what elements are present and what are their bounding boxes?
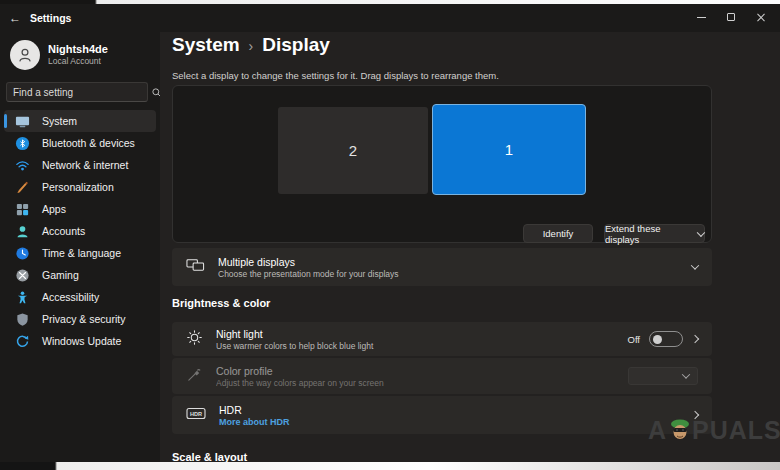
extend-displays-dropdown[interactable]: Extend these displays: [604, 224, 705, 243]
titlebar: ← Settings: [0, 4, 780, 32]
main-content: System › Display Select a display to cha…: [160, 32, 780, 462]
hdr-more-link[interactable]: More about HDR: [219, 417, 290, 427]
back-arrow-icon[interactable]: ←: [0, 11, 30, 25]
sidebar-item-label: Bluetooth & devices: [42, 137, 135, 149]
extend-label: Extend these displays: [605, 223, 691, 245]
sidebar-item-time-language[interactable]: Time & language: [4, 242, 156, 264]
sidebar-item-apps[interactable]: Apps: [4, 198, 156, 220]
maximize-icon: [727, 13, 735, 21]
sidebar-item-accessibility[interactable]: Accessibility: [4, 286, 156, 308]
sidebar-item-label: Network & internet: [42, 159, 128, 171]
breadcrumb-parent[interactable]: System: [172, 34, 240, 56]
sidebar-item-privacy[interactable]: Privacy & security: [4, 308, 156, 330]
multiple-displays-icon: [186, 257, 205, 277]
sidebar: Nightsh4de Local Account System Bluetoot…: [0, 32, 160, 462]
sidebar-nav: System Bluetooth & devices Network & int…: [0, 110, 160, 352]
page-description: Select a display to change the settings …: [172, 70, 499, 81]
monitor-1-number: 1: [505, 141, 513, 158]
night-light-title: Night light: [216, 328, 373, 340]
minimize-icon: [697, 17, 706, 18]
apps-grid-icon: [14, 201, 30, 217]
chevron-down-icon: [691, 261, 699, 269]
accessibility-icon: [14, 289, 30, 305]
breadcrumb: System › Display: [172, 34, 330, 56]
sidebar-item-personalization[interactable]: Personalization: [4, 176, 156, 198]
watermark-text-start: A: [648, 416, 667, 445]
hdr-row[interactable]: HDR HDR More about HDR: [172, 396, 712, 434]
account-name: Nightsh4de: [48, 43, 108, 56]
chevron-down-icon: [682, 370, 690, 378]
color-profile-subtitle: Adjust the way colors appear on your scr…: [216, 378, 384, 388]
multiple-displays-row[interactable]: Multiple displays Choose the presentatio…: [172, 248, 712, 286]
display-arrangement-card: 2 1 Identify Extend these displays: [172, 85, 712, 243]
multiple-displays-title: Multiple displays: [218, 256, 399, 268]
breadcrumb-separator: ›: [249, 38, 254, 54]
svg-text:HDR: HDR: [190, 411, 202, 417]
sidebar-item-label: Gaming: [42, 269, 79, 281]
system-icon: [14, 113, 30, 129]
sidebar-item-windows-update[interactable]: Windows Update: [4, 330, 156, 352]
sidebar-item-label: Accessibility: [42, 291, 99, 303]
monitor-1[interactable]: 1: [432, 104, 586, 195]
chevron-down-icon: [697, 228, 705, 236]
night-light-subtitle: Use warmer colors to help block blue lig…: [216, 341, 373, 351]
sidebar-item-label: Windows Update: [42, 335, 121, 347]
bluetooth-icon: [14, 135, 30, 151]
sidebar-item-label: Time & language: [42, 247, 121, 259]
sidebar-item-label: Personalization: [42, 181, 114, 193]
monitor-2[interactable]: 2: [278, 107, 428, 194]
account-header[interactable]: Nightsh4de Local Account: [10, 40, 108, 70]
search-box: [6, 82, 148, 102]
window-title: Settings: [30, 12, 71, 24]
hdr-icon: HDR: [186, 405, 206, 426]
shield-icon: [14, 311, 30, 327]
sidebar-item-system[interactable]: System: [4, 110, 156, 132]
maximize-button[interactable]: [716, 4, 746, 30]
appuals-watermark: A PUALS: [648, 416, 780, 445]
eyedropper-icon: [186, 366, 203, 387]
night-light-icon: [186, 329, 203, 350]
minimize-button[interactable]: [686, 4, 716, 30]
section-brightness-color: Brightness & color: [172, 297, 270, 309]
night-light-state: Off: [628, 334, 641, 345]
chevron-right-icon: [691, 335, 699, 343]
color-profile-dropdown[interactable]: [628, 367, 698, 385]
watermark-text-end: PUALS: [692, 416, 780, 445]
sidebar-item-label: Apps: [42, 203, 66, 215]
sidebar-item-label: System: [42, 115, 77, 127]
monitor-2-number: 2: [349, 142, 357, 159]
night-light-toggle[interactable]: [649, 331, 683, 347]
update-arrows-icon: [14, 333, 30, 349]
person-icon: [16, 46, 34, 64]
multiple-displays-subtitle: Choose the presentation mode for your di…: [218, 269, 399, 279]
sidebar-item-bluetooth[interactable]: Bluetooth & devices: [4, 132, 156, 154]
window-controls: [686, 4, 776, 30]
account-type: Local Account: [48, 56, 108, 67]
sidebar-item-accounts[interactable]: Accounts: [4, 220, 156, 242]
sidebar-item-label: Privacy & security: [42, 313, 125, 325]
close-button[interactable]: [746, 4, 776, 30]
sidebar-item-label: Accounts: [42, 225, 85, 237]
page-title: Display: [262, 34, 330, 56]
sidebar-item-gaming[interactable]: Gaming: [4, 264, 156, 286]
brush-icon: [14, 179, 30, 195]
page-bottom-edge: [0, 462, 780, 470]
clock-icon: [14, 245, 30, 261]
night-light-row[interactable]: Night light Use warmer colors to help bl…: [172, 322, 712, 356]
toggle-knob: [653, 335, 662, 344]
settings-window: ← Settings Nightsh4de Local Account: [0, 0, 780, 470]
search-input[interactable]: [7, 87, 151, 98]
close-icon: [756, 12, 766, 22]
xbox-icon: [14, 267, 30, 283]
hdr-title: HDR: [219, 404, 290, 416]
mascot-icon: [669, 417, 691, 445]
identify-button[interactable]: Identify: [523, 224, 593, 243]
color-profile-row: Color profile Adjust the way colors appe…: [172, 358, 712, 394]
wifi-icon: [14, 157, 30, 173]
avatar: [10, 40, 40, 70]
color-profile-title: Color profile: [216, 365, 384, 377]
sidebar-item-network[interactable]: Network & internet: [4, 154, 156, 176]
accounts-person-icon: [14, 223, 30, 239]
identify-label: Identify: [543, 228, 574, 239]
